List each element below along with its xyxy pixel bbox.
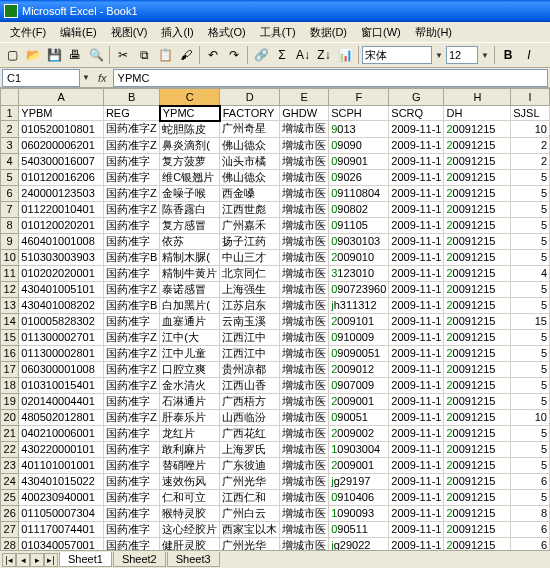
open-icon[interactable]: 📂 — [23, 45, 43, 65]
data-cell[interactable]: 国药准字Z — [103, 185, 159, 201]
data-cell[interactable]: 国药准字Z — [103, 121, 159, 138]
data-cell[interactable]: 江西世彪 — [220, 201, 280, 217]
data-cell[interactable]: 江西仁和 — [220, 489, 280, 505]
next-tab-icon[interactable]: ▸ — [30, 553, 44, 567]
row-header[interactable]: 8 — [1, 217, 19, 233]
data-cell[interactable]: 增城市医 — [280, 249, 329, 265]
data-cell[interactable]: 010005828302 — [19, 313, 104, 329]
row-header[interactable]: 28 — [1, 537, 19, 550]
data-cell[interactable]: 增城市医 — [280, 345, 329, 361]
data-cell[interactable]: 20091215 — [444, 329, 511, 345]
data-cell[interactable]: 2009-11-1 — [389, 489, 444, 505]
save-icon[interactable]: 💾 — [44, 45, 64, 65]
data-cell[interactable]: 佛山德众 — [220, 137, 280, 153]
data-cell[interactable]: 国药准字 — [103, 393, 159, 409]
row-header[interactable]: 1 — [1, 106, 19, 121]
data-cell[interactable]: 贵州凉都 — [220, 361, 280, 377]
data-cell[interactable]: 20091215 — [444, 201, 511, 217]
row-header[interactable]: 2 — [1, 121, 19, 138]
data-cell[interactable]: 401101001001 — [19, 457, 104, 473]
data-cell[interactable]: 云南玉溪 — [220, 313, 280, 329]
data-cell[interactable]: 5 — [511, 169, 550, 185]
data-cell[interactable]: jg29022 — [329, 537, 389, 550]
row-header[interactable]: 10 — [1, 249, 19, 265]
menu-help[interactable]: 帮助(H) — [409, 24, 458, 41]
data-cell[interactable]: 060200006201 — [19, 137, 104, 153]
row-header[interactable]: 16 — [1, 345, 19, 361]
data-cell[interactable]: 0910009 — [329, 329, 389, 345]
last-tab-icon[interactable]: ▸| — [44, 553, 58, 567]
data-cell[interactable]: 增城市医 — [280, 313, 329, 329]
data-cell[interactable]: 国药准字 — [103, 169, 159, 185]
data-cell[interactable]: 2009-11-1 — [389, 297, 444, 313]
data-cell[interactable]: 2009001 — [329, 457, 389, 473]
column-header[interactable]: I — [511, 89, 550, 106]
header-cell[interactable]: SJSL — [511, 106, 550, 121]
paste-icon[interactable]: 📋 — [155, 45, 175, 65]
spreadsheet-grid[interactable]: ABCDEFGHI1YPBMREGYPMCFACTORYGHDWSCPHSCRQ… — [0, 88, 550, 550]
data-cell[interactable]: 8 — [511, 505, 550, 521]
data-cell[interactable]: 20091215 — [444, 153, 511, 169]
data-cell[interactable]: 中山三才 — [220, 249, 280, 265]
data-cell[interactable]: 2009-11-1 — [389, 505, 444, 521]
header-cell[interactable]: GHDW — [280, 106, 329, 121]
data-cell[interactable]: 增城市医 — [280, 281, 329, 297]
data-cell[interactable]: 2009-11-1 — [389, 313, 444, 329]
data-cell[interactable]: 2009-11-1 — [389, 361, 444, 377]
column-header[interactable]: F — [329, 89, 389, 106]
sort-desc-icon[interactable]: Z↓ — [314, 45, 334, 65]
chevron-down-icon[interactable]: ▼ — [479, 46, 491, 64]
chevron-down-icon[interactable]: ▼ — [80, 69, 92, 87]
row-header[interactable]: 24 — [1, 473, 19, 489]
data-cell[interactable]: 20091215 — [444, 249, 511, 265]
data-cell[interactable]: 011050007304 — [19, 505, 104, 521]
data-cell[interactable]: 2009-11-1 — [389, 537, 444, 550]
data-cell[interactable]: 2009-11-1 — [389, 121, 444, 138]
row-header[interactable]: 7 — [1, 201, 19, 217]
column-header[interactable]: D — [220, 89, 280, 106]
data-cell[interactable]: 5 — [511, 249, 550, 265]
data-cell[interactable]: 2009-11-1 — [389, 441, 444, 457]
data-cell[interactable]: 龙红片 — [160, 425, 220, 441]
data-cell[interactable]: 2009-11-1 — [389, 409, 444, 425]
data-cell[interactable]: 速效伤风 — [160, 473, 220, 489]
row-header[interactable]: 9 — [1, 233, 19, 249]
data-cell[interactable]: 金水清火 — [160, 377, 220, 393]
data-cell[interactable]: 20091215 — [444, 473, 511, 489]
data-cell[interactable]: 09090051 — [329, 345, 389, 361]
data-cell[interactable]: 2009002 — [329, 425, 389, 441]
row-header[interactable]: 15 — [1, 329, 19, 345]
data-cell[interactable]: 15 — [511, 313, 550, 329]
data-cell[interactable]: 增城市医 — [280, 201, 329, 217]
data-cell[interactable]: 增城市医 — [280, 489, 329, 505]
font-name-selector[interactable]: 宋体 — [362, 46, 432, 64]
data-cell[interactable]: 国药准字 — [103, 217, 159, 233]
data-cell[interactable]: 肝泰乐片 — [160, 409, 220, 425]
formula-input[interactable]: YPMC — [113, 69, 548, 87]
hyperlink-icon[interactable]: 🔗 — [251, 45, 271, 65]
data-cell[interactable]: 20091215 — [444, 441, 511, 457]
data-cell[interactable]: 增城市医 — [280, 329, 329, 345]
data-cell[interactable]: 5 — [511, 297, 550, 313]
data-cell[interactable]: 国药准字B — [103, 297, 159, 313]
data-cell[interactable]: 国药准字Z — [103, 377, 159, 393]
data-cell[interactable]: 增城市医 — [280, 297, 329, 313]
data-cell[interactable]: 江西江中 — [220, 329, 280, 345]
row-header[interactable]: 27 — [1, 521, 19, 537]
data-cell[interactable]: 国药准字 — [103, 425, 159, 441]
data-cell[interactable]: 090511 — [329, 521, 389, 537]
data-cell[interactable]: 20091215 — [444, 217, 511, 233]
data-cell[interactable]: 鼻炎滴剂( — [160, 137, 220, 153]
italic-icon[interactable]: I — [519, 45, 539, 65]
redo-icon[interactable]: ↷ — [224, 45, 244, 65]
data-cell[interactable]: 陈香露白 — [160, 201, 220, 217]
data-cell[interactable]: 5 — [511, 233, 550, 249]
data-cell[interactable]: 6 — [511, 537, 550, 550]
header-cell[interactable]: YPBM — [19, 106, 104, 121]
data-cell[interactable]: 09026 — [329, 169, 389, 185]
data-cell[interactable]: 增城市医 — [280, 361, 329, 377]
data-cell[interactable]: 扬子江药 — [220, 233, 280, 249]
data-cell[interactable]: 3123010 — [329, 265, 389, 281]
tab-sheet1[interactable]: Sheet1 — [59, 552, 112, 567]
data-cell[interactable]: 增城市医 — [280, 153, 329, 169]
